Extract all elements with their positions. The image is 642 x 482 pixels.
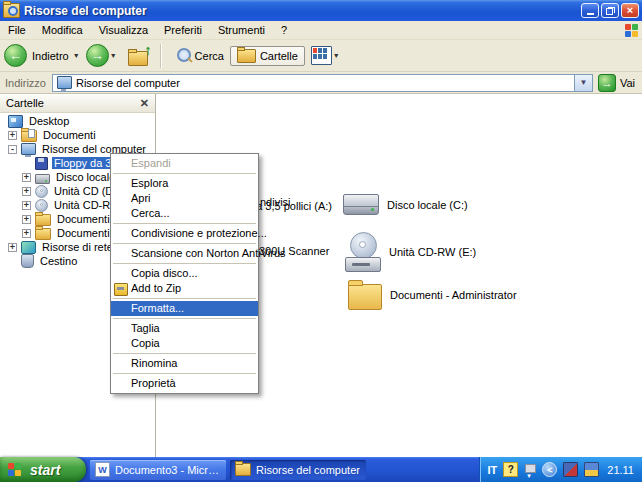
taskbar: start W Documento3 - Micros... Risorse d… — [0, 457, 642, 482]
language-indicator[interactable]: IT — [488, 464, 498, 476]
admin-folder-icon — [35, 228, 51, 240]
network-icon — [21, 241, 36, 254]
menu-modifica[interactable]: Modifica — [34, 22, 91, 38]
menu-item-esplora[interactable]: Esplora — [111, 176, 258, 191]
taskbar-clock[interactable]: 21.11 — [607, 464, 634, 476]
back-label[interactable]: Indietro — [32, 50, 69, 62]
menu-help[interactable]: ? — [273, 22, 295, 38]
menu-item-proprieta[interactable]: Proprietà — [111, 376, 258, 391]
address-value: Risorse del computer — [76, 77, 180, 89]
restore-button[interactable] — [601, 3, 619, 18]
forward-button[interactable]: → — [86, 44, 109, 67]
toolbar: ← Indietro ▼ → ▼ ↑ Cerca Cartelle ▼ — [0, 40, 642, 72]
expand-icon[interactable]: + — [22, 215, 31, 224]
norton-antivirus-tray-icon[interactable] — [563, 462, 578, 477]
taskbar-task-word[interactable]: W Documento3 - Micros... — [90, 460, 226, 480]
menu-separator — [113, 263, 256, 264]
menu-file[interactable]: File — [0, 22, 34, 38]
menu-strumenti[interactable]: Strumenti — [210, 22, 273, 38]
language-bar-minimize-icon[interactable] — [524, 464, 536, 476]
forward-dropdown-icon[interactable]: ▼ — [110, 52, 117, 59]
taskbar-task-explorer-active[interactable]: Risorse del computer — [230, 460, 366, 480]
minimize-button[interactable] — [581, 3, 599, 18]
menu-item-apri[interactable]: Apri — [111, 191, 258, 206]
context-menu: Espandi Esplora Apri Cerca... Condivisio… — [110, 153, 259, 394]
tree-label: Risorse di rete — [40, 241, 115, 253]
hide-icons-chevron[interactable]: < — [542, 462, 557, 477]
task-label: Documento3 - Micros... — [115, 464, 221, 476]
hard-disk-icon — [343, 194, 379, 215]
menu-item-rinomina[interactable]: Rinomina — [111, 356, 258, 371]
recycle-bin-icon — [21, 254, 34, 268]
tree-label: Cestino — [38, 255, 79, 267]
winzip-icon — [114, 283, 128, 296]
menu-item-cerca[interactable]: Cerca... — [111, 206, 258, 221]
close-button[interactable]: × — [621, 3, 639, 18]
menu-visualizza[interactable]: Visualizza — [91, 22, 156, 38]
tree-item-documenti[interactable]: + Documenti — [2, 128, 153, 142]
search-icon — [175, 47, 193, 65]
menu-item-copia-disco[interactable]: Copia disco... — [111, 266, 258, 281]
menu-item-copia[interactable]: Copia — [111, 336, 258, 351]
folders-button[interactable]: Cartelle — [230, 46, 305, 66]
toolbar-separator — [160, 44, 162, 68]
windows-logo-icon — [625, 24, 638, 37]
up-button[interactable]: ↑ — [126, 44, 152, 68]
cdrw-drive-icon — [35, 199, 48, 212]
file-item-label: Documenti - Administrator — [390, 289, 517, 301]
address-combo[interactable]: Risorse del computer ▼ — [52, 74, 593, 92]
go-button[interactable]: → Vai — [598, 74, 639, 92]
tree-item-desktop[interactable]: Desktop — [2, 114, 153, 128]
tray-app-icon[interactable] — [584, 462, 599, 477]
folders-label: Cartelle — [260, 50, 298, 62]
menu-separator — [113, 373, 256, 374]
menu-separator — [113, 173, 256, 174]
collapse-icon[interactable]: - — [8, 145, 17, 154]
help-tray-icon[interactable]: ? — [503, 462, 518, 477]
sidebar-header: Cartelle ✕ — [0, 94, 155, 113]
views-button[interactable] — [311, 46, 332, 65]
menu-item-scansione-norton[interactable]: Scansione con Norton AntiVirus — [111, 246, 258, 261]
search-button[interactable]: Cerca — [167, 45, 230, 67]
hard-disk-icon — [35, 174, 50, 184]
expand-icon[interactable]: + — [8, 243, 17, 252]
menu-preferiti[interactable]: Preferiti — [156, 22, 210, 38]
menu-item-label: Add to Zip — [131, 282, 181, 294]
file-item-label: Disco locale (C:) — [387, 199, 468, 211]
file-item-cdrw[interactable]: Unità CD-RW (E:) — [345, 232, 476, 272]
views-dropdown-icon[interactable]: ▼ — [333, 52, 340, 59]
label-fragment-condivisi[interactable]: ndivisi — [260, 196, 291, 208]
sidebar-close-icon[interactable]: ✕ — [140, 98, 149, 109]
go-label: Vai — [620, 77, 635, 89]
menu-item-condivisione[interactable]: Condivisione e protezione... — [111, 226, 258, 241]
my-computer-icon — [57, 76, 72, 89]
back-dropdown-icon[interactable]: ▼ — [73, 52, 80, 59]
address-dropdown-button[interactable]: ▼ — [574, 75, 592, 91]
menu-separator — [113, 353, 256, 354]
cd-drive-icon — [35, 185, 48, 198]
computer-icon — [21, 143, 36, 155]
expand-icon[interactable]: + — [22, 229, 31, 238]
start-label: start — [30, 462, 60, 478]
back-arrow-icon: ← — [9, 49, 22, 62]
close-icon: × — [627, 5, 633, 16]
go-arrow-icon: → — [598, 74, 616, 92]
tree-label: Desktop — [27, 115, 71, 127]
menu-item-taglia[interactable]: Taglia — [111, 321, 258, 336]
start-button[interactable]: start — [0, 457, 86, 482]
address-bar: Indirizzo Risorse del computer ▼ → Vai — [0, 72, 642, 94]
file-item-documenti-administrator[interactable]: Documenti - Administrator — [348, 280, 517, 310]
shared-folder-icon — [35, 214, 51, 226]
menu-item-formatta[interactable]: Formatta... — [111, 301, 258, 316]
address-label: Indirizzo — [5, 77, 46, 89]
title-bar: Risorse del computer × — [0, 0, 642, 21]
sidebar-header-label: Cartelle — [6, 97, 140, 109]
expand-icon[interactable]: + — [22, 201, 31, 210]
expand-icon[interactable]: + — [22, 187, 31, 196]
menu-bar: File Modifica Visualizza Preferiti Strum… — [0, 21, 642, 40]
expand-icon[interactable]: + — [8, 131, 17, 140]
menu-item-add-to-zip[interactable]: Add to Zip — [111, 281, 258, 296]
file-item-disco-locale[interactable]: Disco locale (C:) — [343, 194, 468, 215]
back-button[interactable]: ← — [4, 44, 27, 67]
expand-icon[interactable]: + — [22, 173, 31, 182]
